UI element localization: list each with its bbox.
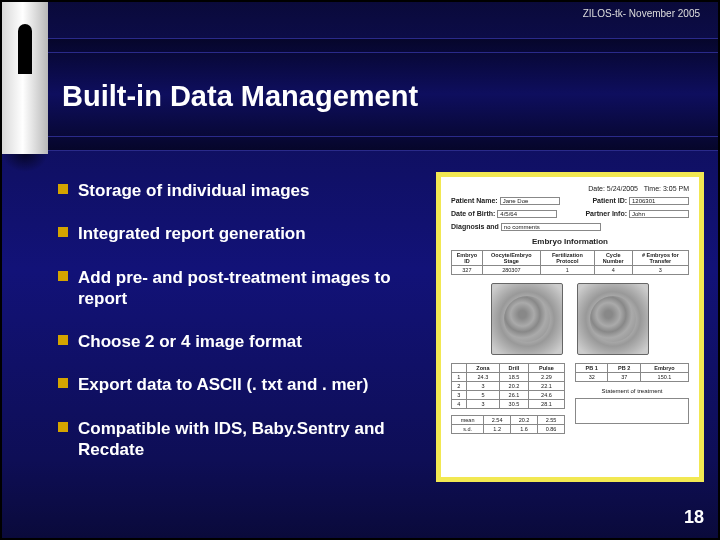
logo-shadow — [2, 154, 48, 172]
report-preview: Date: 5/24/2005 Time: 3:05 PM Patient Na… — [436, 172, 704, 482]
report-page: Date: 5/24/2005 Time: 3:05 PM Patient Na… — [441, 177, 699, 477]
embryo-image — [491, 283, 563, 355]
h-rule — [2, 136, 718, 137]
td: 2.54 — [484, 416, 511, 425]
bullet-item: Add pre- and post-treatment images to re… — [58, 267, 418, 310]
page-number: 18 — [684, 507, 704, 528]
patient-name-label: Patient Name: — [451, 197, 498, 204]
partner-label: Partner Info: — [585, 210, 627, 217]
statement-label: Statement of treatment — [575, 388, 689, 394]
th: Drill — [500, 364, 529, 373]
td: 20.2 — [511, 416, 538, 425]
td: 1.6 — [511, 425, 538, 434]
td: 26.1 — [500, 391, 529, 400]
bullet-square — [58, 335, 68, 345]
h-rule — [2, 52, 718, 53]
th: Fertilization Protocol — [540, 251, 594, 266]
td: 37 — [608, 373, 640, 382]
td: 4 — [594, 266, 632, 275]
patient-name-value: Jane Doe — [500, 197, 560, 205]
td: 1 — [452, 373, 467, 382]
dob-label: Date of Birth: — [451, 210, 495, 217]
td: 24.3 — [466, 373, 499, 382]
th: Cycle Number — [594, 251, 632, 266]
th: Oocyte/Embryo Stage — [482, 251, 540, 266]
bullet-text: Choose 2 or 4 image format — [78, 331, 302, 352]
zona-table: ZonaDrillPulse 124.318.52.29 2320.222.1 … — [451, 363, 565, 409]
bullet-text: Export data to ASCII (. txt and . mer) — [78, 374, 368, 395]
brand-logo — [2, 2, 48, 154]
bullet-item: Export data to ASCII (. txt and . mer) — [58, 374, 418, 395]
th: Pulse — [528, 364, 564, 373]
td: 1.2 — [484, 425, 511, 434]
bullet-square — [58, 271, 68, 281]
th: Embryo — [640, 364, 688, 373]
bullet-item: Compatible with IDS, Baby.Sentry and Rec… — [58, 418, 418, 461]
td: s.d. — [452, 425, 484, 434]
td: 2 — [452, 382, 467, 391]
td: 22.1 — [528, 382, 564, 391]
report-date: Date: 5/24/2005 — [588, 185, 638, 192]
th: # Embryos for Transfer — [632, 251, 688, 266]
h-rule — [2, 38, 718, 39]
slide-title: Built-in Data Management — [62, 80, 418, 113]
dob-value: 4/5/64 — [497, 210, 557, 218]
td: 150.1 — [640, 373, 688, 382]
h-rule — [2, 150, 718, 151]
td: 3 — [632, 266, 688, 275]
td: 0.86 — [538, 425, 565, 434]
td: 3 — [452, 391, 467, 400]
td: 280307 — [482, 266, 540, 275]
td: 1 — [540, 266, 594, 275]
bullet-text: Integrated report generation — [78, 223, 306, 244]
th: Zona — [466, 364, 499, 373]
report-time: Time: 3:05 PM — [644, 185, 689, 192]
bullet-item: Choose 2 or 4 image format — [58, 331, 418, 352]
statement-box — [575, 398, 689, 424]
td: 24.6 — [528, 391, 564, 400]
bullet-item: Storage of individual images — [58, 180, 418, 201]
pb-table: PB 1PB 2Embryo 3237150.1 — [575, 363, 689, 382]
bullet-square — [58, 227, 68, 237]
td: 3 — [466, 400, 499, 409]
embryo-image — [577, 283, 649, 355]
stats-table: mean2.5420.22.55 s.d.1.21.60.86 — [451, 415, 565, 434]
report-section-title: Embryo Information — [451, 237, 689, 246]
partner-value: John — [629, 210, 689, 218]
bullet-text: Add pre- and post-treatment images to re… — [78, 267, 418, 310]
td: 3 — [466, 382, 499, 391]
td: 327 — [452, 266, 483, 275]
bullet-square — [58, 422, 68, 432]
th: PB 1 — [576, 364, 608, 373]
bullet-square — [58, 378, 68, 388]
bullet-text: Compatible with IDS, Baby.Sentry and Rec… — [78, 418, 418, 461]
bullet-square — [58, 184, 68, 194]
td: 20.2 — [500, 382, 529, 391]
bullet-text: Storage of individual images — [78, 180, 309, 201]
td: 2.55 — [538, 416, 565, 425]
embryo-table: Embryo ID Oocyte/Embryo Stage Fertilizat… — [451, 250, 689, 275]
th: PB 2 — [608, 364, 640, 373]
patient-id-label: Patient ID: — [592, 197, 627, 204]
diagnosis-label: Diagnosis and — [451, 223, 499, 230]
td: 4 — [452, 400, 467, 409]
td: 5 — [466, 391, 499, 400]
diagnosis-value: no comments — [501, 223, 601, 231]
patient-id-value: 1206301 — [629, 197, 689, 205]
td: 2.29 — [528, 373, 564, 382]
bullet-item: Integrated report generation — [58, 223, 418, 244]
th: Embryo ID — [452, 251, 483, 266]
bullet-list: Storage of individual images Integrated … — [58, 180, 418, 482]
td: 28.1 — [528, 400, 564, 409]
td: 30.5 — [500, 400, 529, 409]
header-date: ZILOS-tk- November 2005 — [583, 8, 700, 19]
td: 18.5 — [500, 373, 529, 382]
td: mean — [452, 416, 484, 425]
td: 32 — [576, 373, 608, 382]
